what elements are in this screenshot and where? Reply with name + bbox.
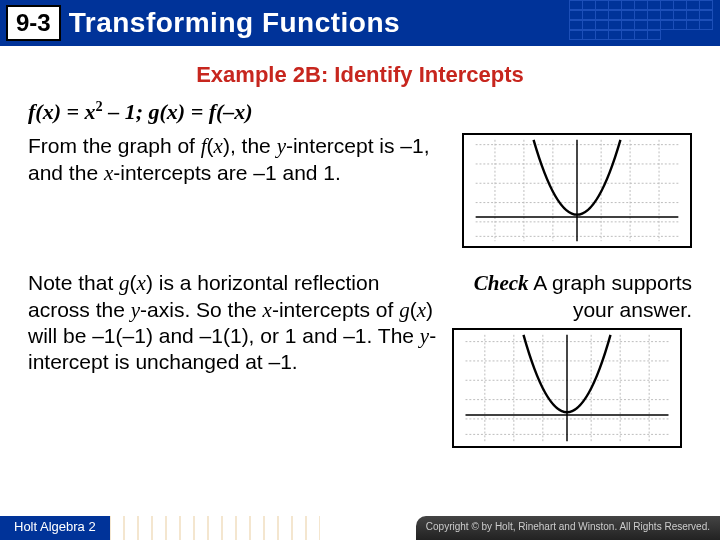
- header-grid-decor: [570, 0, 720, 46]
- equation: f(x) = x2 – 1; g(x) = f(–x): [28, 98, 692, 125]
- check-label: Check: [474, 271, 529, 295]
- header-bar: 9-3 Transforming Functions: [0, 0, 720, 46]
- parabola-chart-icon: [454, 330, 680, 446]
- header-title: Transforming Functions: [69, 7, 400, 39]
- book-title: Holt Algebra 2: [0, 516, 110, 540]
- footer: Holt Algebra 2 Copyright © by Holt, Rine…: [0, 516, 720, 540]
- graph-gx: [452, 328, 682, 448]
- check-text: A graph supports your answer.: [533, 271, 692, 320]
- section-number: 9-3: [6, 5, 61, 41]
- footer-decor: [110, 516, 416, 540]
- check-note: Check A graph supports your answer.: [452, 270, 692, 321]
- copyright: Copyright © by Holt, Rinehart and Winsto…: [416, 516, 720, 540]
- intercepts-description: From the graph of f(x), the y-intercept …: [28, 133, 444, 186]
- parabola-chart-icon: [464, 135, 690, 246]
- content-area: Example 2B: Identify Intercepts f(x) = x…: [0, 46, 720, 448]
- example-title: Example 2B: Identify Intercepts: [28, 62, 692, 88]
- graph-fx: [462, 133, 692, 248]
- reflection-note: Note that g(x) is a horizontal reflectio…: [28, 270, 438, 375]
